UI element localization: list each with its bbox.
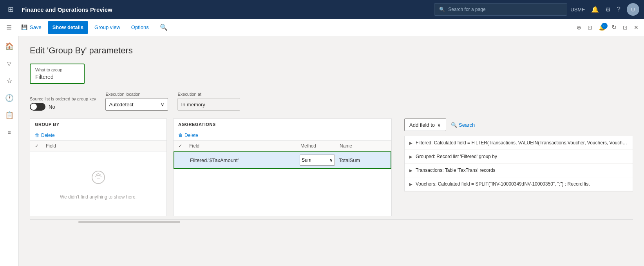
add-field-to-button[interactable]: Add field to ∨ (404, 118, 446, 131)
trash-icon: 🗑 (35, 133, 40, 138)
agg-name-col: Name (340, 143, 387, 149)
execution-location-label: Execution location (105, 92, 168, 97)
agg-check-col: ✓ (178, 143, 189, 149)
group-by-delete-label: Delete (41, 133, 55, 138)
save-button[interactable]: 💾 Save (16, 21, 46, 34)
what-to-group-label: What to group (35, 67, 79, 72)
execution-at-value: In memory (177, 98, 240, 111)
main-content: Edit 'Group By' parameters What to group… (19, 36, 644, 266)
sidebar-item-favorites[interactable]: ☆ (2, 74, 16, 88)
panel-item-text-3: Vouchers: Calculated field = SPLIT("INV-… (416, 181, 628, 187)
content-area: GROUP BY 🗑 Delete ✓ Field (30, 118, 633, 216)
global-search[interactable]: 🔍 Search for a page (434, 3, 567, 16)
aggregations-header: AGGREGATIONS (174, 119, 391, 130)
aggregations-delete-button[interactable]: 🗑 Delete (178, 133, 198, 138)
avatar[interactable]: U (627, 3, 639, 16)
horizontal-scrollbar[interactable] (30, 219, 633, 224)
group-by-header: GROUP BY (30, 119, 166, 130)
what-to-group-box[interactable]: What to group Filtered (30, 64, 85, 84)
method-chevron-icon: ∨ (329, 157, 333, 163)
method-value: Sum (302, 157, 311, 163)
execution-at-label: Execution at (177, 92, 240, 97)
grid-icon[interactable]: ⊞ (5, 4, 17, 15)
chevron-right-icon-0: ▶ (409, 141, 412, 145)
row-method[interactable]: Sum ∨ (300, 155, 339, 166)
group-by-delete-button[interactable]: 🗑 Delete (35, 133, 55, 138)
chevron-right-icon-1: ▶ (409, 155, 412, 159)
app-title: Finance and Operations Preview (22, 6, 431, 13)
hamburger-button[interactable]: ☰ (3, 21, 15, 34)
avatar-initials: U (631, 7, 635, 13)
app-layout: 🏠 ▽ ☆ 🕐 📋 ≡ Edit 'Group By' parameters W… (0, 36, 644, 266)
refresh-icon[interactable]: ↻ (609, 22, 619, 33)
execution-at-field: Execution at In memory (177, 92, 240, 111)
what-to-group-value: Filtered (35, 74, 79, 80)
aggregations-delete-label: Delete (185, 133, 198, 138)
panel-item-0[interactable]: ▶ Filtered: Calculated field = FILTER(Tr… (405, 136, 633, 150)
group-by-check-col: ✓ (35, 143, 46, 149)
toggle-value-text: No (49, 104, 55, 110)
page-title: Edit 'Group By' parameters (30, 46, 633, 56)
show-details-label: Show details (52, 24, 83, 30)
notification-badge: 0 (601, 23, 608, 29)
cmd-right-icons: ⊕ ⊡ 🔔 0 ↻ ⊡ ✕ (574, 22, 641, 33)
group-view-button[interactable]: Group view (90, 21, 125, 34)
search-link-label: Search (459, 122, 475, 128)
aggregations-row[interactable]: Filtered.'$TaxAmount' Sum ∨ TotalSum (174, 151, 391, 169)
agg-method-col: Method (300, 143, 340, 149)
command-bar: ☰ 💾 Save Show details Group view Options… (0, 19, 644, 36)
help-icon[interactable]: ? (617, 6, 620, 13)
pin-icon[interactable]: ⊕ (574, 23, 584, 32)
group-by-field-col: Field (46, 143, 162, 149)
chevron-right-icon-2: ▶ (409, 168, 412, 173)
add-field-chevron-icon: ∨ (437, 122, 441, 128)
group-by-actions: 🗑 Delete (30, 130, 166, 141)
aggregations-actions: 🗑 Delete (174, 130, 391, 141)
top-navigation: ⊞ Finance and Operations Preview 🔍 Searc… (0, 0, 644, 19)
gear-icon[interactable]: ⚙ (605, 6, 611, 13)
close-icon[interactable]: ✕ (631, 23, 641, 32)
svg-point-0 (92, 171, 105, 184)
options-label: Options (131, 24, 149, 30)
execution-location-select[interactable]: Autodetect ∨ (105, 98, 168, 111)
show-details-button[interactable]: Show details (48, 21, 88, 34)
panel-item-text-0: Filtered: Calculated field = FILTER(Tran… (416, 140, 627, 146)
empty-icon (89, 167, 108, 189)
group-by-table-header: ✓ Field (30, 141, 166, 151)
row-field: Filtered.'$TaxAmount' (190, 157, 300, 163)
open-new-icon[interactable]: ⊡ (585, 23, 595, 32)
search-link[interactable]: 🔍 Search (451, 122, 475, 128)
sidebar-item-home[interactable]: 🏠 (2, 39, 16, 53)
aggregations-empty-area (174, 169, 391, 216)
sidebar-item-filter[interactable]: ▽ (2, 56, 16, 71)
trash-icon-agg: 🗑 (178, 133, 183, 138)
save-label: Save (30, 24, 42, 30)
scroll-bar-area[interactable] (30, 219, 633, 224)
source-list-field: Source list is ordered by group key No (30, 97, 96, 111)
search-placeholder: Search for a page (448, 7, 485, 12)
options-button[interactable]: Options (127, 21, 154, 34)
bell-icon[interactable]: 🔔 (591, 6, 599, 13)
right-panel: Add field to ∨ 🔍 Search ▶ Filtered: Calc… (398, 118, 633, 216)
panel-item-1[interactable]: ▶ Grouped: Record list 'Filtered' group … (405, 150, 633, 164)
sidebar-item-recent[interactable]: 🕐 (2, 91, 16, 105)
execution-location-field: Execution location Autodetect ∨ (105, 92, 168, 111)
panel-item-2[interactable]: ▶ Transactions: Table 'TaxTrans' records (405, 164, 633, 177)
notification-icon[interactable]: 🔔 0 (596, 23, 608, 32)
right-panel-toolbar: Add field to ∨ 🔍 Search (404, 118, 633, 131)
source-list-toggle[interactable] (30, 103, 45, 111)
group-by-section: GROUP BY 🗑 Delete ✓ Field (30, 118, 167, 216)
group-view-label: Group view (94, 24, 120, 30)
right-panel-items: ▶ Filtered: Calculated field = FILTER(Tr… (404, 136, 633, 191)
search-link-icon: 🔍 (451, 122, 457, 128)
sidebar-item-modules[interactable]: ≡ (2, 126, 16, 140)
scroll-thumb[interactable] (78, 221, 180, 223)
execution-location-value: Autodetect (109, 102, 133, 107)
chevron-down-icon: ∨ (161, 102, 165, 107)
method-select[interactable]: Sum ∨ (300, 155, 335, 166)
expand-icon[interactable]: ⊡ (620, 23, 630, 32)
agg-field-col: Field (189, 143, 300, 149)
panel-item-3[interactable]: ▶ Vouchers: Calculated field = SPLIT("IN… (405, 177, 633, 191)
cmd-search-button[interactable]: 🔍 (155, 21, 172, 34)
sidebar-item-workspaces[interactable]: 📋 (2, 108, 16, 122)
